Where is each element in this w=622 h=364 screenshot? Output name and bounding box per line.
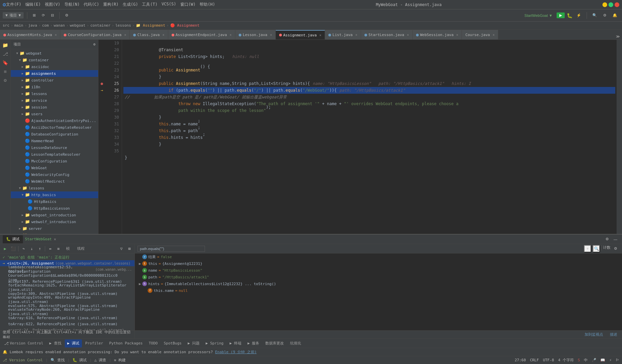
breadcrumb-com[interactable]: com bbox=[42, 23, 49, 28]
var-result[interactable]: r 结果 = false bbox=[135, 253, 622, 260]
profile-button[interactable]: ⚡ bbox=[574, 12, 583, 18]
menu-edit[interactable]: 编辑(E) bbox=[25, 2, 41, 7]
var-path[interactable]: s path = "/HttpBasics/attack1" bbox=[135, 274, 622, 280]
tab-close[interactable]: × bbox=[407, 33, 409, 37]
frame-toarray[interactable]: toArray:616, ReferencePipeline (java.uti… bbox=[0, 315, 135, 321]
tab-courseconfiguration[interactable]: CourseConfiguration.java × bbox=[60, 30, 130, 39]
expression-input[interactable] bbox=[138, 246, 205, 252]
tab-close[interactable]: × bbox=[162, 33, 165, 37]
stop-btn[interactable]: ⬛ bbox=[9, 245, 17, 252]
tree-node-server[interactable]: ▶ 📁 server bbox=[11, 225, 98, 232]
run-button[interactable]: ▶ bbox=[557, 12, 565, 18]
add-watch-btn[interactable]: + bbox=[584, 245, 591, 252]
tool-tab-profiler[interactable]: Profiler bbox=[83, 339, 106, 347]
gutter-25[interactable]: ● bbox=[98, 80, 105, 87]
inspect-btn[interactable]: 🔍 bbox=[593, 245, 600, 252]
git-branch[interactable]: ⎇ Version Control bbox=[3, 358, 43, 362]
frame-wrapandcopy[interactable]: wrapAndCopyInto:499, AbstractPipeline (j… bbox=[0, 297, 135, 303]
line-sep[interactable]: CRLF bbox=[530, 358, 539, 362]
tree-node-controller[interactable]: ▶ 📁 controller bbox=[11, 77, 98, 84]
var-name-field[interactable]: s name = "HttpBasicsLesson" bbox=[135, 267, 622, 274]
toolbar-gear[interactable]: ⚙ bbox=[601, 12, 609, 18]
tree-node-lessons-top[interactable]: ▼ 📁 lessons bbox=[11, 185, 98, 191]
tree-node-asciidoc-resolver[interactable]: 🔵 AsciiDoctorTemplateResolver bbox=[11, 124, 98, 131]
var-hints[interactable]: ▶ h hints = {ImmutableCollections$List12… bbox=[135, 280, 622, 287]
tab-assignment-active[interactable]: Assignment.java × bbox=[276, 30, 325, 39]
tab-close[interactable]: × bbox=[456, 33, 458, 37]
tree-node-websecconfig[interactable]: 🔵 WebSecurityConfig bbox=[11, 171, 98, 178]
frames-tab[interactable]: 桢 bbox=[63, 245, 73, 253]
tab-course[interactable]: Course.java × bbox=[462, 30, 498, 39]
breadcrumb-wanan[interactable]: wanan bbox=[54, 23, 65, 28]
tool-tab-todo[interactable]: TODO bbox=[146, 339, 160, 347]
tool-tab-vcs[interactable]: ⎇ Version Control bbox=[1, 339, 46, 347]
code-editor[interactable]: @Transient private List<String> hints; h… bbox=[122, 40, 617, 234]
resume-btn[interactable]: ▶ bbox=[1, 245, 9, 252]
tree-node-http-basics[interactable]: ▼ 📁 http_basics bbox=[11, 191, 98, 198]
lang-indicator[interactable]: 中 bbox=[584, 358, 588, 363]
tool-tab-terminal[interactable]: ▶ 终端 bbox=[227, 339, 244, 347]
settings-icon-left[interactable]: ⚙ bbox=[1, 76, 9, 84]
tree-settings[interactable]: ⚙ bbox=[93, 42, 95, 47]
menu-view[interactable]: 视图(V) bbox=[45, 2, 60, 7]
menu-file[interactable]: 文件(F) bbox=[6, 2, 22, 7]
tab-close[interactable]: × bbox=[230, 33, 232, 37]
tab-close[interactable]: × bbox=[270, 33, 272, 37]
tree-node-httpbasicslesson[interactable]: 🔵 HttpBasicsLesson bbox=[11, 205, 98, 212]
menu-refactor[interactable]: 重构(R) bbox=[103, 2, 119, 7]
tree-node-container[interactable]: ▼ 📁 container bbox=[11, 57, 98, 63]
var-thisname[interactable]: f this.name = null bbox=[135, 287, 622, 294]
frame-foreach[interactable]: forEachRemaining:1625, ArrayList$ArrayLi… bbox=[0, 284, 135, 291]
toolbar-notification[interactable]: 🔔 bbox=[611, 12, 619, 18]
tree-node-dbconfig[interactable]: 🔵 DatabaseConfiguration bbox=[11, 131, 98, 138]
tool-tab-debug[interactable]: ▶ 调试 bbox=[65, 339, 82, 347]
tree-node-mvc[interactable]: 🔵 MvcConfiguration bbox=[11, 158, 98, 164]
tab-close[interactable]: × bbox=[319, 33, 321, 37]
position-indicator[interactable]: 27:60 bbox=[515, 358, 526, 362]
debug-settings[interactable]: ⚙ bbox=[603, 236, 611, 242]
filter-btn[interactable]: ▽ bbox=[118, 245, 125, 252]
minimize-btn[interactable] bbox=[602, 2, 607, 7]
expand-btn[interactable]: ⊞ bbox=[126, 245, 133, 252]
frame-toarray2[interactable]: toArray:622, ReferencePipeline (java.uti… bbox=[0, 321, 135, 327]
vars-settings[interactable]: ⚙ bbox=[612, 245, 619, 252]
tab-lesson[interactable]: Lesson.java × bbox=[235, 30, 276, 39]
tree-node-webgoat[interactable]: ▼ 📁 webgoat bbox=[11, 50, 98, 57]
tree-node-lessonds[interactable]: 🔵 LessonDataSource bbox=[11, 144, 98, 151]
maximize-btn[interactable] bbox=[609, 2, 613, 7]
step-into-btn[interactable]: ↓ bbox=[28, 245, 35, 252]
tree-node-webwolf[interactable]: 🔵 WebWolfRedirect bbox=[11, 178, 98, 185]
status-debug[interactable]: 🐛 调试 bbox=[72, 358, 87, 363]
eval-expr-btn[interactable]: = bbox=[47, 245, 54, 252]
tool-tab-db[interactable]: 数据库更改 bbox=[263, 339, 287, 347]
var-this[interactable]: ▶ t this = {Assignment@12231} bbox=[135, 260, 622, 267]
spell-icon[interactable]: 📖 bbox=[600, 358, 605, 362]
breadcrumb-lessons[interactable]: lessons bbox=[115, 23, 131, 28]
tool-tab-misc[interactable]: 坑填坑 bbox=[287, 339, 304, 347]
toolbar-recent[interactable]: ⟳ bbox=[40, 12, 47, 18]
tab-startlesson[interactable]: StartLesson.java × bbox=[361, 30, 413, 39]
tab-close[interactable]: × bbox=[355, 33, 357, 37]
debug-close[interactable]: × bbox=[54, 237, 56, 242]
frame-evalnode[interactable]: evaluateToArrayNode:260, AbstractPipelin… bbox=[0, 309, 135, 315]
tree-node-lessons[interactable]: ▶ 📁 lessons bbox=[11, 90, 98, 97]
status-inspect[interactable]: △ 调查 bbox=[94, 358, 106, 363]
tab-overflow-btn[interactable]: ≫ bbox=[614, 34, 622, 39]
breadcrumb-java[interactable]: java bbox=[28, 23, 37, 28]
flag-icon[interactable]: 🏳 bbox=[616, 358, 619, 362]
tab-list[interactable]: List.java × bbox=[325, 30, 361, 39]
debug-close-btn[interactable]: — bbox=[612, 237, 619, 242]
run-config-dropdown[interactable]: StartWebGoat ▼ bbox=[523, 13, 555, 18]
breadcrumb-container[interactable]: container bbox=[90, 23, 111, 28]
mic-icon[interactable]: 🎤 bbox=[592, 358, 596, 362]
step-over-btn[interactable]: ↷ bbox=[20, 245, 27, 252]
tab-close[interactable]: × bbox=[124, 33, 126, 37]
tree-node-lessontr[interactable]: 🔵 LessonTemplateResolver bbox=[11, 151, 98, 158]
debug-button[interactable]: 🐛 bbox=[567, 13, 572, 18]
tree-node-asciidoc[interactable]: ▶ 📁 asciidoc bbox=[11, 63, 98, 70]
breadcrumb-assignment-folder[interactable]: 📁 Assignment bbox=[136, 23, 165, 28]
tab-assignmenthints[interactable]: AssignmentHints.java × bbox=[0, 30, 60, 39]
tree-node-webgoat-class[interactable]: 🔵 WebGoat bbox=[11, 164, 98, 171]
toolbar-settings[interactable]: ⚙ bbox=[63, 12, 70, 18]
tree-node-session[interactable]: ▶ 📁 session bbox=[11, 104, 98, 111]
